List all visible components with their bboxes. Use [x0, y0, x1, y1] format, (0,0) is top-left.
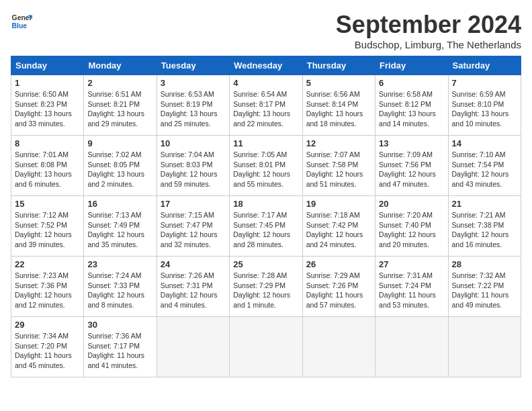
day-info: Sunrise: 7:23 AM Sunset: 7:36 PM Dayligh… [15, 271, 80, 310]
day-header: Tuesday [157, 56, 229, 75]
day-info: Sunrise: 6:58 AM Sunset: 8:12 PM Dayligh… [379, 89, 444, 129]
calendar-cell: 16Sunrise: 7:13 AM Sunset: 7:49 PM Dayli… [84, 196, 157, 257]
day-number: 16 [87, 199, 152, 209]
day-number: 30 [87, 320, 152, 330]
calendar-cell [448, 317, 521, 377]
day-number: 6 [379, 78, 444, 88]
day-number: 5 [306, 78, 371, 88]
day-info: Sunrise: 7:07 AM Sunset: 7:58 PM Dayligh… [306, 150, 371, 189]
calendar-cell: 26Sunrise: 7:29 AM Sunset: 7:26 PM Dayli… [302, 257, 375, 317]
calendar-cell [230, 317, 302, 377]
day-info: Sunrise: 7:04 AM Sunset: 8:03 PM Dayligh… [161, 150, 226, 189]
day-header: Wednesday [230, 56, 302, 75]
day-number: 2 [87, 78, 152, 88]
day-info: Sunrise: 6:51 AM Sunset: 8:21 PM Dayligh… [87, 89, 152, 129]
calendar-cell [157, 317, 229, 377]
calendar-cell: 21Sunrise: 7:21 AM Sunset: 7:38 PM Dayli… [448, 196, 521, 257]
location: Budschop, Limburg, The Netherlands [336, 39, 521, 50]
calendar-cell: 9Sunrise: 7:02 AM Sunset: 8:05 PM Daylig… [84, 136, 157, 196]
calendar-cell: 27Sunrise: 7:31 AM Sunset: 7:24 PM Dayli… [375, 257, 448, 317]
day-info: Sunrise: 7:12 AM Sunset: 7:52 PM Dayligh… [15, 210, 80, 250]
day-number: 22 [15, 259, 80, 269]
day-number: 11 [233, 138, 298, 148]
calendar-cell: 22Sunrise: 7:23 AM Sunset: 7:36 PM Dayli… [11, 257, 84, 317]
day-info: Sunrise: 7:21 AM Sunset: 7:38 PM Dayligh… [452, 210, 517, 250]
calendar-cell: 7Sunrise: 6:59 AM Sunset: 8:10 PM Daylig… [448, 75, 521, 136]
day-number: 15 [15, 199, 80, 209]
calendar-cell: 8Sunrise: 7:01 AM Sunset: 8:08 PM Daylig… [11, 136, 84, 196]
calendar-cell: 6Sunrise: 6:58 AM Sunset: 8:12 PM Daylig… [375, 75, 448, 136]
day-info: Sunrise: 6:53 AM Sunset: 8:19 PM Dayligh… [161, 89, 226, 129]
calendar-cell: 13Sunrise: 7:09 AM Sunset: 7:56 PM Dayli… [375, 136, 448, 196]
calendar-cell: 18Sunrise: 7:17 AM Sunset: 7:45 PM Dayli… [230, 196, 302, 257]
day-number: 18 [233, 199, 298, 209]
day-header: Monday [84, 56, 157, 75]
day-number: 29 [15, 320, 80, 330]
day-info: Sunrise: 6:56 AM Sunset: 8:14 PM Dayligh… [306, 89, 371, 129]
calendar-cell: 17Sunrise: 7:15 AM Sunset: 7:47 PM Dayli… [157, 196, 229, 257]
day-number: 17 [161, 199, 226, 209]
day-info: Sunrise: 7:20 AM Sunset: 7:40 PM Dayligh… [379, 210, 444, 250]
calendar-cell: 4Sunrise: 6:54 AM Sunset: 8:17 PM Daylig… [230, 75, 302, 136]
day-number: 21 [452, 199, 517, 209]
calendar-cell: 28Sunrise: 7:32 AM Sunset: 7:22 PM Dayli… [448, 257, 521, 317]
day-number: 28 [452, 259, 517, 269]
day-info: Sunrise: 6:54 AM Sunset: 8:17 PM Dayligh… [233, 89, 298, 129]
day-info: Sunrise: 7:02 AM Sunset: 8:05 PM Dayligh… [87, 150, 152, 189]
month-title: September 2024 [336, 11, 521, 39]
day-info: Sunrise: 7:09 AM Sunset: 7:56 PM Dayligh… [379, 150, 444, 189]
day-number: 27 [379, 259, 444, 269]
day-number: 20 [379, 199, 444, 209]
day-number: 1 [15, 78, 80, 88]
day-number: 14 [452, 138, 517, 148]
logo-icon: General Blue [11, 11, 32, 32]
header-row: SundayMondayTuesdayWednesdayThursdayFrid… [11, 56, 521, 75]
day-info: Sunrise: 7:15 AM Sunset: 7:47 PM Dayligh… [161, 210, 226, 250]
calendar-cell: 30Sunrise: 7:36 AM Sunset: 7:17 PM Dayli… [84, 317, 157, 377]
day-number: 7 [452, 78, 517, 88]
day-info: Sunrise: 7:13 AM Sunset: 7:49 PM Dayligh… [87, 210, 152, 250]
day-header: Friday [375, 56, 448, 75]
day-number: 8 [15, 138, 80, 148]
day-info: Sunrise: 6:50 AM Sunset: 8:23 PM Dayligh… [15, 89, 80, 129]
calendar-row: 15Sunrise: 7:12 AM Sunset: 7:52 PM Dayli… [11, 196, 521, 257]
day-info: Sunrise: 7:36 AM Sunset: 7:17 PM Dayligh… [87, 331, 152, 371]
calendar-cell [302, 317, 375, 377]
day-number: 4 [233, 78, 298, 88]
calendar-cell: 19Sunrise: 7:18 AM Sunset: 7:42 PM Dayli… [302, 196, 375, 257]
calendar-cell: 5Sunrise: 6:56 AM Sunset: 8:14 PM Daylig… [302, 75, 375, 136]
title-section: September 2024 Budschop, Limburg, The Ne… [336, 11, 521, 50]
calendar-row: 29Sunrise: 7:34 AM Sunset: 7:20 PM Dayli… [11, 317, 521, 377]
page-header: General Blue September 2024 Budschop, Li… [11, 11, 521, 50]
calendar-row: 22Sunrise: 7:23 AM Sunset: 7:36 PM Dayli… [11, 257, 521, 317]
calendar-cell: 1Sunrise: 6:50 AM Sunset: 8:23 PM Daylig… [11, 75, 84, 136]
day-number: 13 [379, 138, 444, 148]
day-number: 9 [87, 138, 152, 148]
logo: General Blue [11, 11, 32, 32]
calendar-cell: 3Sunrise: 6:53 AM Sunset: 8:19 PM Daylig… [157, 75, 229, 136]
day-header: Saturday [448, 56, 521, 75]
calendar-cell: 15Sunrise: 7:12 AM Sunset: 7:52 PM Dayli… [11, 196, 84, 257]
calendar-row: 8Sunrise: 7:01 AM Sunset: 8:08 PM Daylig… [11, 136, 521, 196]
calendar-cell: 14Sunrise: 7:10 AM Sunset: 7:54 PM Dayli… [448, 136, 521, 196]
calendar-cell: 11Sunrise: 7:05 AM Sunset: 8:01 PM Dayli… [230, 136, 302, 196]
calendar-cell: 20Sunrise: 7:20 AM Sunset: 7:40 PM Dayli… [375, 196, 448, 257]
calendar-cell: 23Sunrise: 7:24 AM Sunset: 7:33 PM Dayli… [84, 257, 157, 317]
day-info: Sunrise: 7:26 AM Sunset: 7:31 PM Dayligh… [161, 271, 226, 310]
day-number: 3 [161, 78, 226, 88]
day-info: Sunrise: 7:24 AM Sunset: 7:33 PM Dayligh… [87, 271, 152, 310]
calendar-cell: 10Sunrise: 7:04 AM Sunset: 8:03 PM Dayli… [157, 136, 229, 196]
day-number: 10 [161, 138, 226, 148]
day-info: Sunrise: 7:32 AM Sunset: 7:22 PM Dayligh… [452, 271, 517, 310]
calendar-table: SundayMondayTuesdayWednesdayThursdayFrid… [11, 56, 521, 377]
day-info: Sunrise: 7:18 AM Sunset: 7:42 PM Dayligh… [306, 210, 371, 250]
day-info: Sunrise: 7:10 AM Sunset: 7:54 PM Dayligh… [452, 150, 517, 189]
day-info: Sunrise: 6:59 AM Sunset: 8:10 PM Dayligh… [452, 89, 517, 129]
day-info: Sunrise: 7:28 AM Sunset: 7:29 PM Dayligh… [233, 271, 298, 310]
calendar-cell: 12Sunrise: 7:07 AM Sunset: 7:58 PM Dayli… [302, 136, 375, 196]
day-number: 12 [306, 138, 371, 148]
day-info: Sunrise: 7:29 AM Sunset: 7:26 PM Dayligh… [306, 271, 371, 310]
day-number: 26 [306, 259, 371, 269]
day-info: Sunrise: 7:31 AM Sunset: 7:24 PM Dayligh… [379, 271, 444, 310]
calendar-cell [375, 317, 448, 377]
